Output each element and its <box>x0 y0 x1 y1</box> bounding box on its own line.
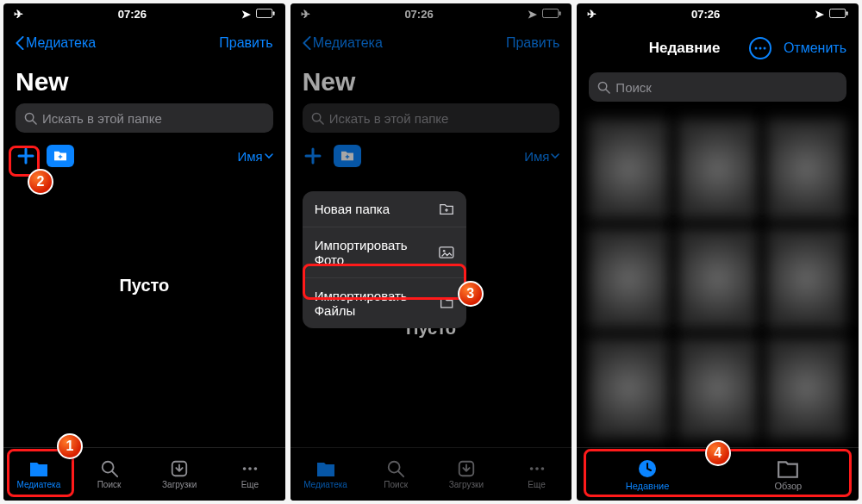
svg-point-18 <box>535 467 539 470</box>
tab-library[interactable]: Медиатека <box>290 448 361 501</box>
file-thumb[interactable] <box>678 119 758 220</box>
file-thumb[interactable] <box>766 119 846 220</box>
content-area: Пусто <box>3 176 285 447</box>
svg-rect-0 <box>256 9 272 17</box>
tab-recent[interactable]: Недавние <box>577 448 717 501</box>
folder-toolbar: Имя <box>290 141 572 176</box>
nav-bar: Недавние Отменить <box>577 24 859 72</box>
tab-browse-label: Обзор <box>774 481 802 491</box>
svg-point-24 <box>754 47 757 50</box>
menu-import-files[interactable]: Импортировать Файлы <box>303 278 466 328</box>
nav-bar: Медиатека Править <box>290 24 572 62</box>
tab-search[interactable]: Поиск <box>74 448 145 501</box>
tab-search[interactable]: Поиск <box>360 448 431 501</box>
empty-label: Пусто <box>119 276 169 296</box>
edit-button[interactable]: Править <box>506 35 559 51</box>
tab-more-label: Еще <box>528 480 545 489</box>
tab-bar: Медиатека Поиск Загрузки Еще <box>3 447 285 501</box>
search-placeholder: Искать в этой папке <box>329 111 449 126</box>
folder-icon <box>440 296 453 310</box>
chevron-down-icon <box>265 153 273 159</box>
tab-browse[interactable]: Обзор <box>718 448 859 501</box>
svg-point-17 <box>529 467 533 470</box>
file-thumb[interactable] <box>678 338 758 439</box>
file-thumb[interactable] <box>589 228 669 329</box>
status-time: 07:26 <box>404 8 433 21</box>
badge-2: 2 <box>28 169 53 195</box>
chevron-down-icon <box>551 153 559 159</box>
cancel-button[interactable]: Отменить <box>784 40 846 56</box>
back-button[interactable]: Медиатека <box>16 35 96 51</box>
ellipsis-icon <box>754 47 766 50</box>
file-thumb[interactable] <box>766 228 846 329</box>
search-input[interactable]: Поиск <box>589 72 846 102</box>
location-icon: ➤ <box>241 8 251 21</box>
sort-label: Имя <box>524 149 549 164</box>
svg-rect-20 <box>440 247 453 258</box>
search-input[interactable]: Искать в этой папке <box>16 103 273 133</box>
menu-import-photo[interactable]: Импортировать Фото <box>303 227 466 278</box>
status-time: 07:26 <box>691 8 720 21</box>
add-folder-button[interactable] <box>47 145 74 167</box>
search-placeholder: Поиск <box>615 80 652 95</box>
battery-icon <box>542 8 561 21</box>
tab-downloads[interactable]: Загрузки <box>144 448 215 501</box>
tab-library-label: Медиатека <box>16 480 60 489</box>
svg-point-8 <box>248 467 252 470</box>
file-thumb[interactable] <box>766 338 846 439</box>
svg-rect-22 <box>829 9 845 17</box>
tab-bar: Медиатека Поиск Загрузки Еще <box>290 447 572 501</box>
tab-more[interactable]: Еще <box>215 448 285 501</box>
tab-more[interactable]: Еще <box>502 448 572 501</box>
search-input[interactable]: Искать в этой папке <box>303 103 560 133</box>
search-placeholder: Искать в этой папке <box>42 111 162 126</box>
tab-more-label: Еще <box>241 480 259 489</box>
airplane-icon: ✈︎ <box>14 8 23 21</box>
files-grid <box>577 110 859 447</box>
clock-icon <box>636 458 659 479</box>
tab-downloads-label: Загрузки <box>162 480 197 489</box>
tab-downloads[interactable]: Загрузки <box>431 448 502 501</box>
location-icon: ➤ <box>815 8 824 21</box>
search-icon <box>311 112 324 125</box>
svg-rect-11 <box>559 11 561 16</box>
file-thumb[interactable] <box>589 119 669 220</box>
svg-point-9 <box>253 467 257 470</box>
svg-line-3 <box>33 120 36 123</box>
menu-new-folder-label: Новая папка <box>315 202 390 216</box>
battery-icon <box>256 8 275 21</box>
add-button[interactable] <box>16 146 36 166</box>
status-bar: ✈︎ 07:26 ➤ <box>577 3 859 24</box>
status-bar: ✈︎ 07:26 ➤ <box>3 3 285 24</box>
folder-icon <box>777 458 799 479</box>
add-folder-button[interactable] <box>334 145 361 167</box>
more-options-button[interactable] <box>749 37 771 59</box>
svg-line-15 <box>398 471 403 476</box>
screen-1: ✈︎ 07:26 ➤ Медиатека Править New Искать … <box>3 3 285 501</box>
page-title: New <box>3 62 285 103</box>
back-label: Медиатека <box>26 35 96 51</box>
search-icon <box>24 112 37 125</box>
svg-point-25 <box>759 47 761 50</box>
menu-import-files-label: Импортировать Файлы <box>315 289 440 318</box>
location-icon: ➤ <box>528 8 537 21</box>
sort-button[interactable]: Имя <box>524 149 559 164</box>
svg-line-28 <box>606 89 609 92</box>
folder-plus-icon <box>439 202 454 216</box>
badge-4: 4 <box>705 440 731 466</box>
screen-3: ✈︎ 07:26 ➤ Недавние Отменить Поиск Недав… <box>577 3 859 501</box>
edit-button[interactable]: Править <box>219 35 272 51</box>
back-button[interactable]: Медиатека <box>303 35 383 51</box>
file-thumb[interactable] <box>589 338 669 439</box>
tab-search-label: Поиск <box>97 480 122 489</box>
svg-rect-1 <box>272 11 274 16</box>
menu-new-folder[interactable]: Новая папка <box>303 191 466 227</box>
svg-line-13 <box>320 120 323 123</box>
airplane-icon: ✈︎ <box>301 8 310 21</box>
sort-button[interactable]: Имя <box>237 149 272 164</box>
add-button[interactable] <box>303 146 323 166</box>
file-thumb[interactable] <box>678 228 758 329</box>
page-title: New <box>290 62 572 103</box>
tab-recent-label: Недавние <box>626 481 670 491</box>
status-time: 07:26 <box>118 8 147 21</box>
